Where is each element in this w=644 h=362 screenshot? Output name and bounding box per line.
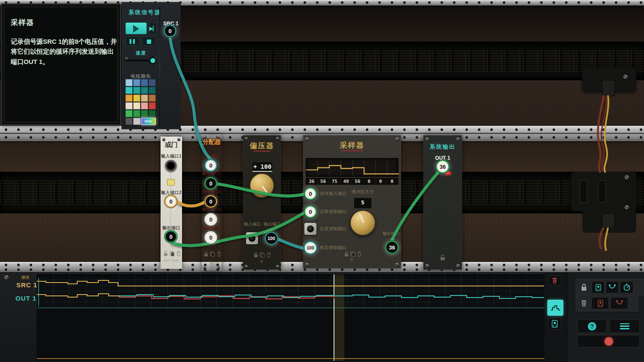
buffer-value: 0 [386, 178, 398, 184]
wire-color-swatch[interactable] [125, 102, 133, 110]
wire-color-swatch[interactable] [149, 110, 156, 117]
sampler-in4-label: 前后控制端口 [320, 245, 347, 251]
buffer-value: 36 [306, 178, 318, 184]
or-in1-label: 输入端口1 [161, 153, 182, 159]
lock-all-button[interactable] [578, 281, 589, 293]
splitter-out2-port[interactable]: 0 [204, 195, 217, 208]
record-icon [605, 337, 613, 346]
bias-offset-value: + 100 [252, 162, 272, 172]
sampler-out-port[interactable]: 36 [385, 240, 399, 254]
module-view-button[interactable] [548, 318, 561, 329]
wire-color-swatch[interactable] [125, 87, 133, 94]
splitter-in-port[interactable]: 0 [204, 159, 217, 172]
delete-wires-button[interactable] [611, 297, 628, 309]
wire-color-swatch[interactable] [125, 79, 133, 86]
signal-source-panel: 系统信号源 ▶▏ 速度 慢 快 电线颜色 RND SRC 1 [122, 2, 181, 129]
wire-color-swatch[interactable] [141, 102, 148, 110]
or-out-port[interactable]: 0 [164, 230, 177, 243]
channel-src1-label: SRC 1 [16, 281, 37, 289]
sampler-in1-port[interactable]: 0 [304, 187, 317, 200]
wire-color-swatch[interactable] [133, 79, 140, 86]
or-logic-chip [167, 179, 175, 186]
delete-modules-button[interactable] [592, 297, 609, 309]
sampler-out-label: 输出端口 [383, 231, 402, 237]
or-in2-port[interactable]: 0 [164, 195, 177, 208]
bias-knob[interactable] [249, 173, 274, 198]
wire-color-swatch[interactable] [125, 110, 133, 117]
sampler-in1-label: 信号输入端口 [320, 191, 347, 197]
sampler-title: 采样器 [303, 140, 401, 150]
system-output-title: 系统输出 [423, 143, 462, 151]
wire-color-swatch[interactable] [149, 102, 156, 110]
module-system-output[interactable]: 系统输出 OUT 1 [423, 135, 462, 270]
sampler-in4-port[interactable]: 100 [304, 241, 317, 255]
wire-color-swatch[interactable] [133, 102, 140, 110]
menu-icon [620, 323, 629, 329]
sampler-position-socket[interactable] [304, 223, 316, 235]
lock-modules-button[interactable] [592, 281, 605, 293]
delete-mode-button[interactable] [578, 297, 589, 309]
wire-color-swatch[interactable] [141, 87, 148, 94]
splitter-out3-port[interactable]: 0 [204, 213, 217, 226]
splitter-ornament: ⚜ [202, 260, 222, 265]
wire-color-random[interactable]: RND [141, 118, 156, 125]
sampler-in2-label: 记录控制端口 [320, 209, 347, 215]
wire-color-swatch[interactable] [133, 87, 140, 94]
wire-color-swatch[interactable] [133, 110, 140, 117]
scope-side-strip [544, 273, 568, 362]
step-icon: ▶▏ [149, 23, 156, 34]
speed-slider-thumb[interactable] [149, 57, 157, 64]
splitter-out4-port[interactable]: 0 [204, 231, 217, 244]
task-screen: 采样器 记录信号源SRC 1的前8个电压值，并将它们以恒定的循环序列发送到输出端… [4, 7, 118, 122]
wire-color-swatch[interactable] [141, 110, 148, 117]
scope-view-button[interactable] [547, 300, 563, 316]
menu-button[interactable] [610, 319, 640, 333]
buffer-value: 56 [318, 178, 329, 184]
module-bias[interactable]: 偏压器 + 100 输入端口 输出端口 ⚜ [243, 135, 281, 270]
wire-color-swatch[interactable] [125, 118, 133, 125]
timer-button[interactable] [620, 281, 633, 293]
out1-port[interactable]: 36 [436, 160, 450, 173]
stop-button[interactable] [142, 37, 156, 46]
play-button[interactable] [125, 22, 147, 34]
wire-color-swatch[interactable] [141, 79, 148, 86]
help-button[interactable]: ? [577, 319, 607, 333]
panel-divider [159, 7, 160, 126]
wire-color-swatch[interactable] [149, 94, 156, 102]
oscilloscope [36, 274, 544, 360]
bias-input-socket[interactable] [246, 232, 258, 244]
wire-color-swatch[interactable] [125, 94, 133, 102]
pause-button[interactable] [125, 37, 140, 46]
bias-title: 偏压器 [243, 141, 281, 151]
task-title: 采样器 [11, 18, 34, 27]
wire-color-swatch[interactable] [133, 94, 140, 102]
wire-color-swatch[interactable] [141, 94, 148, 102]
sampler-ornament: ⚜ [303, 257, 401, 263]
or-gate-title: 或门 [161, 141, 182, 149]
step-button[interactable]: ▶▏ [149, 22, 157, 34]
or-in1-socket[interactable] [165, 160, 177, 172]
bottom-console: 频道 SRC 1 OUT 1 [0, 272, 644, 362]
sampler-buffer-size: 5 [355, 199, 371, 207]
buffer-value: 75 [329, 178, 341, 184]
splitter-out3-label: 输出端口3 [202, 207, 222, 213]
sampler-in2-port[interactable]: 0 [304, 205, 317, 218]
splitter-out4-label: 输出端口4 [202, 225, 222, 231]
wire-color-palette[interactable]: RND [125, 79, 156, 125]
splitter-out1-port[interactable]: 0 [204, 177, 217, 190]
wire-color-swatch[interactable] [133, 118, 140, 125]
sampler-knob[interactable] [350, 210, 376, 236]
src1-port[interactable]: 0 [164, 24, 176, 37]
splitter-in-label: 输入端口 [202, 153, 222, 158]
speed-label: 速度 [122, 50, 160, 56]
wire-color-swatch[interactable] [149, 79, 156, 86]
buffer-value: 56 [352, 178, 364, 184]
wire-color-swatch[interactable] [149, 87, 156, 94]
scope-corner-label: 频道 [21, 275, 29, 280]
record-button[interactable] [577, 335, 640, 347]
bias-out-port[interactable]: 100 [264, 231, 278, 245]
lock-wires-button[interactable] [606, 281, 619, 293]
delete-channel-button[interactable] [548, 276, 561, 285]
buffer-value: 0 [364, 178, 375, 184]
bias-in-label: 输入端口 [243, 222, 262, 227]
